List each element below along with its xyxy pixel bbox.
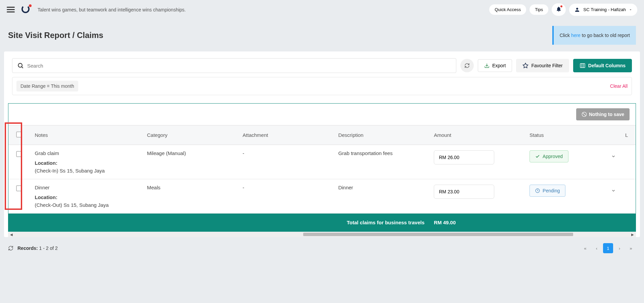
horizontal-scrollbar[interactable]: ◀ ▶	[8, 232, 636, 237]
attachment-cell: -	[238, 145, 334, 179]
location-label: Location:	[35, 160, 137, 166]
svg-marker-3	[523, 63, 528, 68]
columns-icon	[580, 63, 586, 69]
search-input[interactable]	[27, 63, 451, 69]
info-banner: Click here to go back to old report	[552, 26, 636, 45]
notes-title: Dinner	[35, 185, 137, 190]
row-checkbox[interactable]	[16, 151, 22, 157]
page-header: Site Visit Report / Claims Click here to…	[0, 19, 644, 51]
nothing-to-save-button: Nothing to save	[576, 108, 630, 120]
hamburger-menu-icon[interactable]	[7, 7, 15, 12]
user-menu-button[interactable]: SC Training - Hafizah	[569, 4, 637, 16]
refresh-icon[interactable]	[8, 245, 13, 251]
scroll-thumb[interactable]	[303, 233, 573, 236]
download-icon	[484, 63, 490, 68]
row-checkbox[interactable]	[16, 185, 22, 191]
status-badge[interactable]: Approved	[530, 150, 568, 162]
location-label: Location:	[35, 194, 137, 200]
date-range-filter-chip[interactable]: Date Range = This month	[16, 81, 78, 91]
svg-line-1	[22, 67, 23, 68]
old-report-link[interactable]: here	[571, 33, 581, 38]
location-value: (Check-In) Ss 15, Subang Jaya	[35, 168, 137, 174]
footer: Records: 1 - 2 of 2 « ‹ 1 › »	[0, 237, 644, 256]
col-header-description[interactable]: Description	[333, 125, 429, 145]
chevron-down-icon[interactable]	[611, 154, 616, 159]
claims-table: Notes Category Attachment Description Am…	[8, 125, 636, 231]
page-last-button[interactable]: »	[626, 243, 636, 253]
refresh-button[interactable]	[460, 59, 474, 72]
total-label: Total claims for business travels	[8, 214, 429, 232]
records-info: Records: 1 - 2 of 2	[8, 245, 58, 251]
svg-line-8	[583, 113, 586, 116]
pagination: « ‹ 1 › »	[580, 243, 636, 253]
tips-button[interactable]: Tips	[530, 4, 548, 15]
notes-title: Grab claim	[35, 150, 137, 156]
col-header-notes[interactable]: Notes	[30, 125, 142, 145]
prohibit-icon	[582, 112, 587, 117]
search-box[interactable]	[12, 58, 456, 73]
quick-access-button[interactable]: Quick Access	[489, 4, 526, 15]
description-cell: Grab transportation fees	[333, 145, 429, 179]
notification-dot	[560, 5, 562, 7]
user-name-label: SC Training - Hafizah	[583, 7, 626, 12]
top-bar: Talent wins games, but teamwork and inte…	[0, 0, 644, 19]
total-row: Total claims for business travels RM 49.…	[8, 214, 636, 232]
export-button[interactable]: Export	[478, 59, 512, 72]
svg-point-0	[18, 63, 22, 67]
total-value: RM 49.00	[429, 214, 636, 232]
svg-rect-4	[580, 64, 585, 68]
page-first-button[interactable]: «	[580, 243, 590, 253]
page-prev-button[interactable]: ‹	[592, 243, 602, 253]
table-row[interactable]: Grab claim Location: (Check-In) Ss 15, S…	[8, 145, 636, 179]
table-container: Nothing to save Notes Category Attachmen…	[8, 103, 636, 232]
favourite-filter-button[interactable]: Favourite Filter	[516, 59, 569, 72]
location-value: (Check-Out) Ss 15, Subang Jaya	[35, 202, 137, 208]
chevron-down-icon[interactable]	[611, 188, 616, 193]
page-number-button[interactable]: 1	[603, 243, 613, 253]
tagline-text: Talent wins games, but teamwork and inte…	[38, 7, 186, 12]
col-header-attachment[interactable]: Attachment	[238, 125, 334, 145]
col-header-amount[interactable]: Amount	[429, 125, 525, 145]
category-cell: Mileage (Manual)	[142, 145, 238, 179]
scroll-left-arrow[interactable]: ◀	[10, 233, 13, 236]
search-icon	[17, 62, 24, 69]
scroll-right-arrow[interactable]: ▶	[631, 233, 634, 236]
refresh-icon	[464, 63, 470, 68]
clear-all-link[interactable]: Clear All	[610, 83, 628, 89]
col-header-category[interactable]: Category	[142, 125, 238, 145]
table-row[interactable]: Dinner Location: (Check-Out) Ss 15, Suba…	[8, 179, 636, 214]
col-header-status[interactable]: Status	[525, 125, 620, 145]
status-badge[interactable]: Pending	[530, 185, 565, 197]
default-columns-button[interactable]: Default Columns	[573, 59, 632, 72]
app-logo-icon[interactable]	[21, 5, 31, 14]
amount-input[interactable]	[434, 150, 494, 164]
amount-input[interactable]	[434, 185, 494, 199]
col-header-last[interactable]: L	[620, 125, 636, 145]
category-cell: Meals	[142, 179, 238, 214]
filter-bar: Date Range = This month Clear All	[12, 77, 632, 95]
page-title: Site Visit Report / Claims	[8, 31, 103, 40]
toolbar: Export Favourite Filter Default Columns	[4, 51, 640, 77]
page-next-button[interactable]: ›	[614, 243, 625, 253]
notifications-button[interactable]	[552, 3, 566, 16]
attachment-cell: -	[238, 179, 334, 214]
description-cell: Dinner	[333, 179, 429, 214]
check-icon	[535, 154, 540, 159]
user-icon	[574, 6, 581, 13]
star-icon	[522, 63, 528, 69]
main-card: Export Favourite Filter Default Columns …	[4, 51, 640, 237]
select-all-checkbox[interactable]	[16, 131, 22, 138]
clock-icon	[535, 188, 540, 193]
chevron-down-icon	[629, 8, 633, 12]
